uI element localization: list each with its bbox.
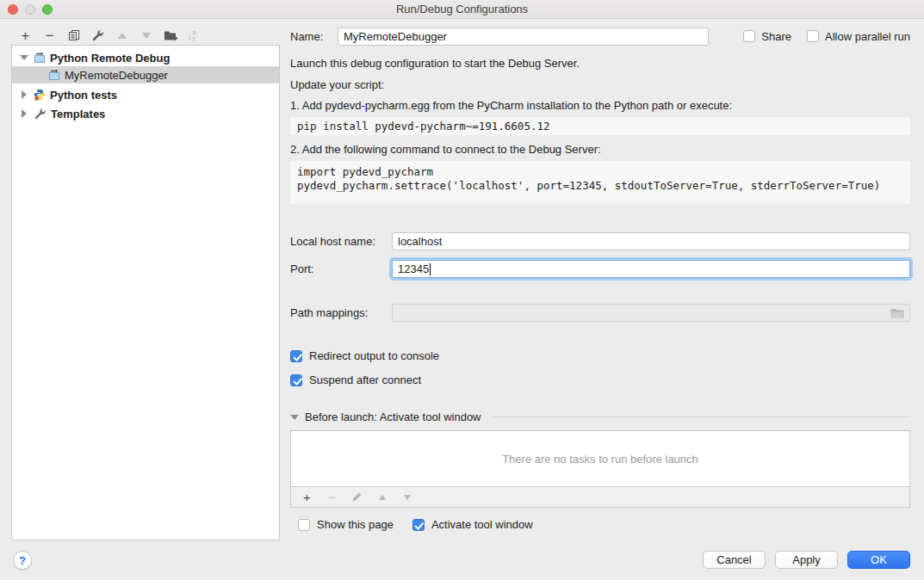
redirect-output-checkbox[interactable] xyxy=(290,350,302,362)
instruction-line-2: Update your script: xyxy=(290,78,910,91)
allow-parallel-run-checkbox[interactable] xyxy=(807,30,819,42)
name-row: Name: Share Allow parallel run xyxy=(290,27,910,46)
tree-item-label: Templates xyxy=(51,108,105,120)
tree-item-myremotedebugger[interactable]: MyRemoteDebugger xyxy=(12,66,279,83)
instruction-step-1: 1. Add pydevd-pycharm.egg from the PyCha… xyxy=(290,99,910,112)
show-this-page-label: Show this page xyxy=(317,518,394,531)
configuration-editor: Name: Share Allow parallel run Launch th… xyxy=(290,27,910,531)
code-line-import: import pydevd_pycharm xyxy=(297,165,903,179)
page-options-row: Show this page Activate tool window xyxy=(298,518,910,531)
redirect-output-row[interactable]: Redirect output to console xyxy=(290,349,910,362)
allow-parallel-run-label: Allow parallel run xyxy=(825,30,910,43)
section-divider xyxy=(491,416,910,417)
port-value: 12345 xyxy=(398,262,429,275)
move-up-icon xyxy=(115,28,129,43)
pip-install-command: pip install pydevd-pycharm~=191.6605.12 xyxy=(290,117,910,135)
collapse-section-icon[interactable] xyxy=(290,415,299,420)
before-launch-toolbar: + − xyxy=(290,487,910,508)
chevron-down-icon[interactable] xyxy=(19,55,29,60)
folder-plus-icon xyxy=(164,29,177,41)
remove-configuration-icon[interactable]: − xyxy=(42,28,57,43)
wrench-icon xyxy=(91,29,104,42)
titlebar: Run/Debug Configurations xyxy=(0,0,924,19)
run-debug-configurations-dialog: Run/Debug Configurations + − ↓az Python … xyxy=(0,0,924,580)
configurations-tree: Python Remote Debug MyRemoteDebugger Pyt… xyxy=(11,45,280,540)
remove-task-icon: − xyxy=(325,490,339,504)
pencil-icon xyxy=(351,491,363,503)
path-mappings-label: Path mappings: xyxy=(290,306,392,319)
tree-item-label: Python tests xyxy=(50,89,117,102)
edit-templates-icon[interactable] xyxy=(90,28,105,43)
local-host-input[interactable] xyxy=(392,232,910,250)
path-mappings-row: Path mappings: xyxy=(290,304,910,322)
copy-icon xyxy=(68,29,80,41)
local-host-row: Local host name: xyxy=(290,232,910,250)
suspend-after-connect-row[interactable]: Suspend after connect xyxy=(290,373,910,386)
add-task-icon[interactable]: + xyxy=(300,490,314,504)
apply-button[interactable]: Apply xyxy=(775,551,838,569)
activate-tool-window-label: Activate tool window xyxy=(431,518,533,531)
local-host-label: Local host name: xyxy=(290,235,392,248)
help-button[interactable]: ? xyxy=(13,551,32,570)
chevron-right-icon[interactable] xyxy=(19,90,29,99)
instruction-step-2: 2. Add the following command to connect … xyxy=(290,143,910,156)
port-label: Port: xyxy=(290,262,392,275)
before-launch-title: Before launch: Activate tool window xyxy=(305,410,481,423)
code-line-settrace: pydevd_pycharm.settrace('localhost', por… xyxy=(297,179,903,193)
edit-task-icon xyxy=(350,490,364,504)
folder-icon[interactable] xyxy=(890,308,904,318)
wrench-icon xyxy=(34,108,47,120)
empty-tasks-text: There are no tasks to run before launch xyxy=(502,453,698,466)
window-title: Run/Debug Configurations xyxy=(0,3,924,15)
python-tests-icon xyxy=(34,89,46,101)
add-configuration-icon[interactable]: + xyxy=(18,28,33,43)
move-task-down-icon xyxy=(400,490,414,504)
name-label: Name: xyxy=(290,30,338,43)
allow-parallel-run-checkbox-group[interactable]: Allow parallel run xyxy=(807,30,910,43)
new-folder-icon[interactable] xyxy=(163,28,177,43)
tree-item-templates[interactable]: Templates xyxy=(12,105,279,122)
tree-item-python-remote-debug[interactable]: Python Remote Debug xyxy=(12,49,279,66)
tree-item-label: MyRemoteDebugger xyxy=(65,69,168,82)
share-checkbox[interactable] xyxy=(743,30,755,42)
share-label: Share xyxy=(761,30,791,43)
name-input[interactable] xyxy=(338,28,709,46)
sort-configurations-icon: ↓az xyxy=(187,29,195,42)
path-mappings-input[interactable] xyxy=(392,304,910,322)
move-task-up-icon xyxy=(375,490,389,504)
suspend-after-connect-label: Suspend after connect xyxy=(309,373,421,386)
settrace-code-block: import pydevd_pycharm pydevd_pycharm.set… xyxy=(290,161,910,204)
share-checkbox-group[interactable]: Share xyxy=(743,30,791,43)
show-this-page-checkbox[interactable] xyxy=(298,519,310,531)
instruction-line-1: Launch this debug configuration to start… xyxy=(290,57,910,70)
port-input[interactable]: 12345 xyxy=(392,260,910,278)
run-configuration-icon xyxy=(48,69,60,81)
before-launch-task-list[interactable]: There are no tasks to run before launch xyxy=(290,430,910,487)
redirect-output-label: Redirect output to console xyxy=(309,349,439,362)
run-configuration-icon xyxy=(34,52,46,64)
ok-button[interactable]: OK xyxy=(847,551,910,569)
chevron-right-icon[interactable] xyxy=(19,109,29,118)
activate-tool-window-checkbox[interactable] xyxy=(412,519,425,531)
text-caret xyxy=(430,263,431,275)
suspend-after-connect-checkbox[interactable] xyxy=(290,374,302,386)
before-launch-header[interactable]: Before launch: Activate tool window xyxy=(290,410,910,423)
dialog-buttons: Cancel Apply OK xyxy=(703,551,910,569)
configurations-toolbar: + − ↓az xyxy=(18,27,195,44)
tree-item-label: Python Remote Debug xyxy=(50,52,170,65)
cancel-button[interactable]: Cancel xyxy=(703,551,766,569)
move-down-icon xyxy=(139,28,153,43)
help-question-icon: ? xyxy=(19,554,26,567)
port-row: Port: 12345 xyxy=(290,260,910,278)
tree-item-python-tests[interactable]: Python tests xyxy=(12,86,279,103)
copy-configuration-icon[interactable] xyxy=(66,28,81,43)
